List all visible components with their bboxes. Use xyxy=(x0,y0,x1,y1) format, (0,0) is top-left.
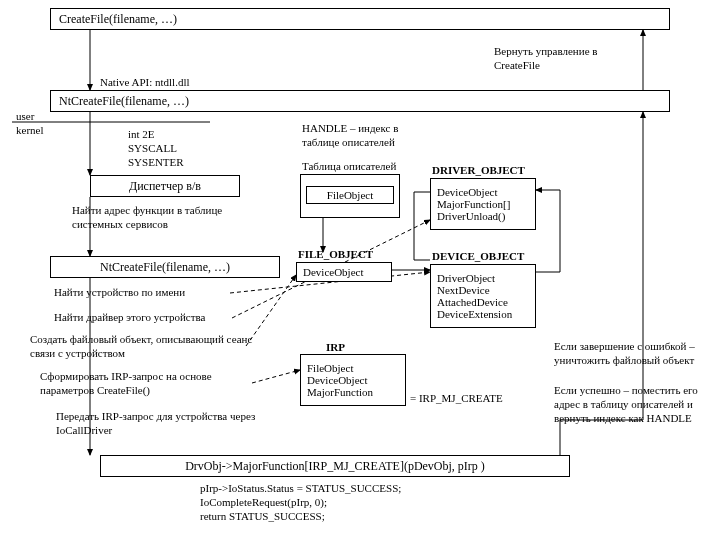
note-return-createfile: Вернуть управление в CreateFile xyxy=(494,45,624,73)
step-find-device: Найти устройство по имени xyxy=(54,286,254,300)
box-device-object: DriverObject NextDevice AttachedDevice D… xyxy=(430,264,536,328)
step-form-irp: Сформировать IRP-запрос на основе параме… xyxy=(40,370,260,398)
step-create-fileobject: Создать файловый объект, описывающий сеа… xyxy=(30,333,276,361)
box-irp: FileObject DeviceObject MajorFunction xyxy=(300,354,406,406)
handle-table-row: FileObject xyxy=(306,186,394,204)
note-find-syssvc: Найти адрес функции в таблице системных … xyxy=(72,204,272,232)
label-device-object: DEVICE_OBJECT xyxy=(432,250,524,264)
box-io-dispatcher: Диспетчер в/в xyxy=(90,175,240,197)
box-createfile: CreateFile(filename, …) xyxy=(50,8,670,30)
box-drv-majorfunction: DrvObj->MajorFunction[IRP_MJ_CREATE](pDe… xyxy=(100,455,570,477)
box-file-object: DeviceObject xyxy=(296,262,392,282)
step-iocalldriver: Передать IRP-запрос для устройства через… xyxy=(56,410,256,438)
box-driver-object: DeviceObject MajorFunction[] DriverUnloa… xyxy=(430,178,536,230)
label-kernel: kernel xyxy=(16,124,43,138)
label-irp: IRP xyxy=(326,341,345,355)
note-native-api: Native API: ntdll.dll xyxy=(100,76,190,90)
caption-handle-table: Таблица описателей xyxy=(302,160,396,174)
box-ntcreatefile-1: NtCreateFile(filename, …) xyxy=(50,90,670,112)
note-on-error: Если завершение с ошибкой – уничтожить ф… xyxy=(554,340,714,368)
box-ntcreatefile-2: NtCreateFile(filename, …) xyxy=(50,256,280,278)
label-driver-object: DRIVER_OBJECT xyxy=(432,164,525,178)
label-file-object: FILE_OBJECT xyxy=(298,248,373,262)
note-handle-index: HANDLE – индекс в таблице описателей xyxy=(302,122,432,150)
step-find-driver: Найти драйвер этого устройства xyxy=(54,311,254,325)
code-bottom: pIrp->IoStatus.Status = STATUS_SUCCESS; … xyxy=(200,482,401,523)
note-on-success: Если успешно – поместить его адрес в таб… xyxy=(554,384,714,425)
label-user: user xyxy=(16,110,34,124)
note-int2e: int 2E SYSCALL SYSENTER xyxy=(128,128,184,169)
label-irp-mj-create: = IRP_MJ_CREATE xyxy=(410,392,503,406)
